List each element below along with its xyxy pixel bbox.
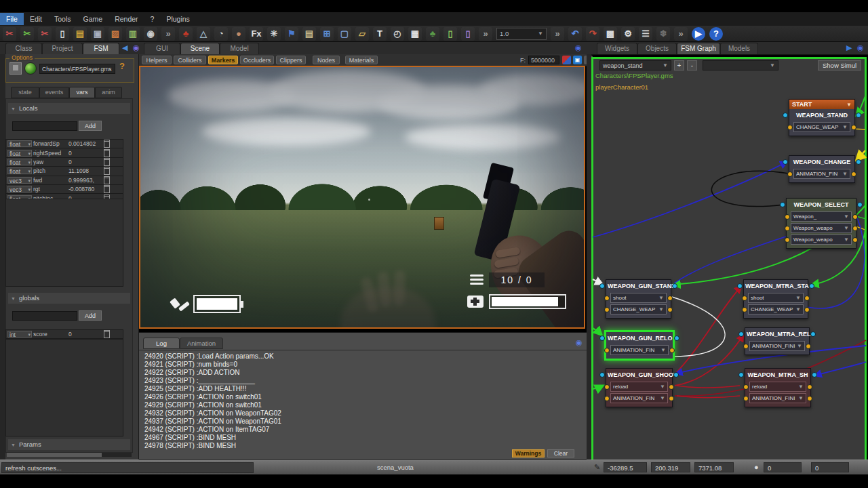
counter-2-field[interactable]: 0 [811,462,849,472]
event-pin[interactable] [851,125,856,130]
help-icon[interactable]: ? [709,27,723,41]
fsm-node-weapon-gun-relo[interactable]: WEAPON_GUN_RELO ANIMATION_FIN▼ [604,330,675,361]
fsm-node-weapon-mtra-rel[interactable]: WEAPON_MTRA_REL ANIMATION_FINI▼ [745,327,810,355]
flag-icon[interactable]: ⚑ [285,27,298,41]
swirl-icon[interactable]: ◉ [133,43,140,52]
fsm-file-field[interactable]: Characters\FPSPlayer.gms [39,64,115,74]
event-pin[interactable] [804,307,810,312]
event-pin[interactable] [851,171,856,177]
log-swirl-icon[interactable]: ◉ [576,338,583,347]
event-pin[interactable] [785,237,790,243]
tab-models[interactable]: Models [720,43,758,54]
fsm-node-weapon-mtra-sta[interactable]: WEAPON_MTRA_STA shoot▼ CHANGE_WEAP▼ [743,279,808,319]
event-pin[interactable] [669,348,675,353]
trash-icon[interactable] [101,140,112,148]
event-row[interactable]: reload▼ [610,382,668,392]
event-pin[interactable] [667,296,673,301]
event-pin[interactable] [743,396,749,401]
transition-pin[interactable] [856,159,861,165]
event-row[interactable]: CHANGE_WEAP▼ [610,304,667,314]
disc-icon[interactable]: ◉ [144,27,157,41]
play-icon[interactable]: ▶ [692,27,705,41]
transition-pin[interactable] [812,372,817,378]
transition-pin[interactable] [809,283,814,289]
trash-icon[interactable] [101,167,112,175]
event-pin[interactable] [787,125,793,130]
open-folder-icon[interactable]: ▤ [73,27,87,41]
local-var-row[interactable]: float pitch 11.1098 [6,167,123,176]
event-pin[interactable] [852,214,858,220]
local-var-row[interactable]: float yaw 0 [6,158,123,167]
event-pin[interactable] [807,396,812,401]
event-pin[interactable] [852,226,858,231]
tab-objects[interactable]: Objects [637,43,677,54]
event-pin[interactable] [667,307,673,312]
materials-button[interactable]: Materials [345,56,378,64]
occluders-button[interactable]: Occluders [240,56,274,64]
left-horizontal-scrollbar[interactable] [7,453,132,457]
event-pin[interactable] [743,384,749,390]
transition-pin[interactable] [738,331,744,337]
scale-select[interactable]: 1.0▼ [496,28,547,40]
bonsai-icon[interactable]: ♣ [426,27,439,41]
scissors-red-icon[interactable]: ✂ [3,27,16,41]
network-icon[interactable]: ⊞ [320,27,334,41]
coord-y-field[interactable]: 200.319 [651,462,690,472]
back-arrow-icon[interactable]: ◀ [122,43,127,52]
event-row[interactable]: shoot▼ [748,293,804,303]
menu-edit[interactable]: Edit [24,13,48,25]
transition-pin[interactable] [674,336,679,341]
overflow4-icon[interactable]: » [674,27,688,41]
transition-pin[interactable] [599,283,605,289]
note-green-icon[interactable]: ▯ [443,27,457,41]
trash-icon[interactable] [101,176,112,184]
checker-icon[interactable]: ▦ [408,27,422,41]
event-pin[interactable] [807,384,812,390]
frame-value-field[interactable]: 5000000 [528,56,559,64]
var-type-select[interactable]: vec3 [7,186,32,192]
scissors-green-icon[interactable]: ✂ [20,27,34,41]
event-pin[interactable] [669,396,674,401]
local-var-row[interactable]: float forwardSp 0.0014802 [6,140,123,148]
note-purple-icon[interactable]: ▯ [461,27,475,41]
trash-icon[interactable] [101,158,112,166]
wheel-icon[interactable]: ✳ [267,27,281,41]
new-file-icon[interactable]: ▯ [56,27,69,41]
var-value[interactable]: 0 [68,150,101,157]
var-value[interactable]: 0 [68,331,101,338]
subtab-state[interactable]: state [11,87,39,98]
event-pin[interactable] [785,214,790,220]
transition-pin[interactable] [737,283,743,289]
fsm-node-weapon-gun-stand[interactable]: WEAPON_GUN_STAND shoot▼ CHANGE_WEAP▼ [606,279,671,319]
overflow3-icon[interactable]: » [551,27,564,41]
counter-1-field[interactable]: 0 [764,462,802,472]
global-var-row[interactable]: int score 0 [6,330,123,339]
clock-icon[interactable]: ◴ [391,27,404,41]
var-value[interactable]: -0.008780 [68,186,101,192]
save-icon[interactable]: ▣ [91,27,104,41]
transition-pin[interactable] [738,372,744,378]
var-type-select[interactable]: float [7,167,32,174]
coord-x-field[interactable]: -36289.5 [604,462,647,472]
menu-render[interactable]: Render [108,13,144,25]
transition-pin[interactable] [673,372,679,378]
event-pin[interactable] [743,344,749,349]
coord-z-field[interactable]: 7371.08 [694,462,734,472]
subtab-anim[interactable]: anim [95,87,122,98]
doc-blue-icon[interactable]: ▢ [338,27,351,41]
panel-play-icon[interactable]: ▶ [846,43,852,52]
local-var-row[interactable]: vec3 rgt -0.008780 [6,185,123,194]
event-pin[interactable] [604,384,610,390]
event-row[interactable]: ANIMATION_FINI▼ [749,341,805,351]
trash-icon[interactable] [101,185,112,193]
params-section-header[interactable]: ▼Params [8,439,130,450]
transition-pin[interactable] [810,331,816,337]
tab-gui[interactable]: GUI [144,43,180,54]
tab-fsm[interactable]: FSM [83,43,119,54]
var-type-select[interactable]: float [7,150,32,157]
var-value[interactable]: 11.1098 [68,167,101,174]
locals-add-button[interactable]: Add [79,121,102,131]
fsm-node-weapon-select[interactable]: WEAPON_SELECT Weapon_▼ Weapon_weapo▼ Wea… [786,198,856,249]
event-pin[interactable] [787,171,793,177]
fsm-node-weapon-stand[interactable]: START▼ WEAPON_STAND CHANGE_WEAP▼ [789,99,855,136]
